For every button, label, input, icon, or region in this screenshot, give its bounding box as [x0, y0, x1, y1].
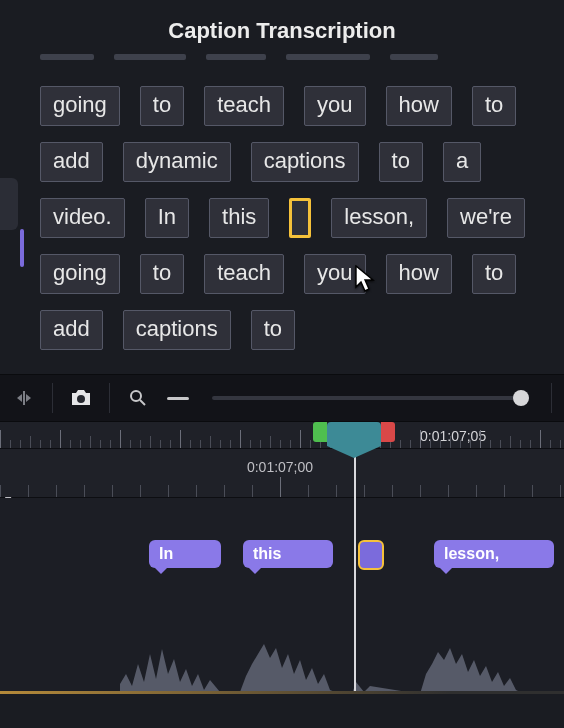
caption-word[interactable]: In: [145, 198, 189, 238]
timeline-ruler-bottom[interactable]: 5 0:01:07;00: [0, 449, 564, 498]
timeline-toolbar: [0, 374, 564, 422]
snapshot-icon[interactable]: [65, 383, 97, 413]
caption-word-selected[interactable]: [289, 198, 311, 238]
caption-word[interactable]: to: [379, 142, 423, 182]
ruler-tick: [168, 485, 169, 497]
zoom-slider-thumb[interactable]: [513, 390, 529, 406]
svg-line-3: [140, 400, 145, 405]
caption-clip-selected[interactable]: [358, 540, 384, 570]
ruler-tick: [20, 440, 21, 448]
ruler-tick: [280, 477, 281, 497]
caption-word[interactable]: how: [386, 254, 452, 294]
caption-word[interactable]: dynamic: [123, 142, 231, 182]
ruler-tick: [180, 430, 181, 448]
mark-in-icon[interactable]: [313, 422, 327, 442]
side-accent: [20, 229, 24, 267]
caption-word[interactable]: you: [304, 254, 365, 294]
ruler-tick: [90, 436, 91, 448]
ruler-tick: [520, 440, 521, 448]
ruler-tick: [420, 430, 421, 448]
ruler-tick: [252, 485, 253, 497]
ruler-tick: [308, 485, 309, 497]
timeline-ruler-top[interactable]: 0:01:07;05: [0, 422, 564, 449]
caption-word[interactable]: going: [40, 254, 120, 294]
playhead-line[interactable]: [354, 422, 356, 694]
playhead-marker[interactable]: [327, 422, 381, 446]
ruler-tick: [170, 440, 171, 448]
ruler-tick: [260, 440, 261, 448]
ruler-tick: [364, 485, 365, 497]
caption-word[interactable]: a: [443, 142, 481, 182]
ruler-tick: [400, 440, 401, 448]
ruler-tick: [220, 440, 221, 448]
caption-word[interactable]: this: [209, 198, 269, 238]
ruler-tick: [230, 440, 231, 448]
ruler-tick: [392, 485, 393, 497]
caption-word[interactable]: you: [304, 86, 365, 126]
ruler-tick: [10, 440, 11, 448]
audio-waveform-track[interactable]: [0, 624, 564, 694]
ruler-tick: [448, 485, 449, 497]
caption-word[interactable]: add: [40, 310, 103, 350]
caption-word[interactable]: we're: [447, 198, 525, 238]
caption-clip[interactable]: this: [243, 540, 333, 568]
ruler-tick: [160, 440, 161, 448]
ruler-tick: [510, 436, 511, 448]
ruler-tick: [420, 485, 421, 497]
caption-clip[interactable]: lesson,: [434, 540, 554, 568]
ruler-tick: [310, 440, 311, 448]
caption-word[interactable]: captions: [123, 310, 231, 350]
caption-word[interactable]: to: [472, 254, 516, 294]
ruler-tick: [0, 430, 1, 448]
ruler-tick: [224, 485, 225, 497]
caption-word[interactable]: to: [140, 254, 184, 294]
ruler-tick: [440, 440, 441, 448]
ruler-tick: [60, 430, 61, 448]
caption-word[interactable]: teach: [204, 254, 284, 294]
panel-title: Caption Transcription: [0, 0, 564, 54]
caption-panel: Caption Transcription goingtoteachyouhow…: [0, 0, 564, 374]
caption-word[interactable]: teach: [204, 86, 284, 126]
ruler-tick: [470, 440, 471, 448]
timeline-tracks[interactable]: Inthislesson,: [0, 498, 564, 694]
caption-word[interactable]: lesson,: [331, 198, 427, 238]
mark-out-icon[interactable]: [381, 422, 395, 442]
ruler-tick: [30, 436, 31, 448]
ruler-tick: [410, 440, 411, 448]
caption-word[interactable]: to: [472, 86, 516, 126]
ruler-tick: [120, 430, 121, 448]
ruler-tick: [70, 440, 71, 448]
ruler-tick: [480, 430, 481, 448]
caption-word[interactable]: going: [40, 86, 120, 126]
search-icon[interactable]: [122, 383, 154, 413]
caption-word[interactable]: to: [251, 310, 295, 350]
caption-clip-track[interactable]: Inthislesson,: [0, 540, 564, 570]
ruler-tick: [540, 430, 541, 448]
caption-word[interactable]: captions: [251, 142, 359, 182]
caption-word[interactable]: add: [40, 142, 103, 182]
timeline[interactable]: 0:01:07;05 5 0:01:07;00 Inthislesson,: [0, 422, 564, 694]
side-tab-handle[interactable]: [0, 178, 18, 230]
ruler-tick: [560, 440, 561, 448]
ruler-tick: [430, 440, 431, 448]
ruler-tick: [550, 440, 551, 448]
ruler-tick: [500, 440, 501, 448]
ruler-tick: [200, 440, 201, 448]
ruler-tick: [280, 440, 281, 448]
ruler-tick: [28, 485, 29, 497]
ruler-tick: [190, 440, 191, 448]
zoom-out-button[interactable]: [162, 383, 194, 413]
ruler-tick: [336, 485, 337, 497]
ruler-tick: [40, 440, 41, 448]
caption-word[interactable]: how: [386, 86, 452, 126]
caption-word[interactable]: video.: [40, 198, 125, 238]
ruler-tick: [240, 430, 241, 448]
caption-word[interactable]: to: [140, 86, 184, 126]
ruler-tick: [140, 440, 141, 448]
ruler-tick: [250, 440, 251, 448]
ruler-tick: [560, 485, 561, 497]
ruler-tick: [504, 485, 505, 497]
zoom-slider[interactable]: [212, 396, 529, 400]
caption-clip[interactable]: In: [149, 540, 221, 568]
center-playhead-icon[interactable]: [8, 383, 40, 413]
